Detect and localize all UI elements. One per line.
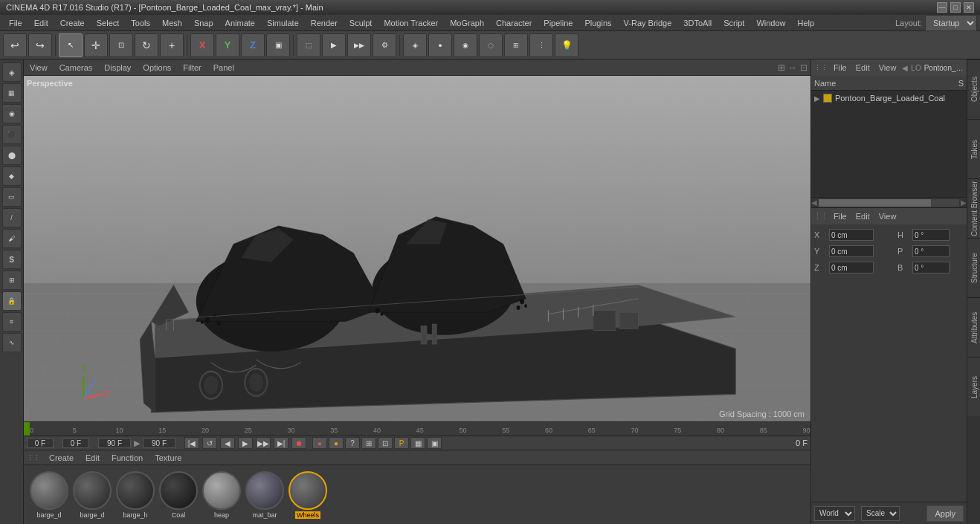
perspective-btn[interactable]: ◈ [403, 33, 427, 57]
left-box-btn[interactable]: ▭ [2, 187, 22, 207]
line-btn[interactable]: ⊞ [504, 33, 528, 57]
start-frame-input[interactable] [62, 438, 89, 448]
vp-icon-3[interactable]: ⊡ [800, 62, 807, 73]
close-button[interactable]: ✕ [964, 2, 974, 13]
extra-btn-1[interactable]: ● [312, 437, 327, 449]
menu-snap[interactable]: Snap [188, 17, 219, 29]
menu-help[interactable]: Help [792, 17, 821, 29]
record-button[interactable]: ⏺ [291, 437, 306, 449]
current-frame-input[interactable] [27, 438, 54, 448]
render-all-button[interactable]: ▶▶ [347, 33, 371, 57]
vp-options-menu[interactable]: Options [140, 62, 174, 74]
left-smooth-btn[interactable]: ◉ [2, 104, 22, 123]
b-rot-input[interactable] [912, 262, 950, 274]
left-s-btn[interactable]: S [2, 250, 22, 269]
mat-create-btn[interactable]: Create [46, 453, 77, 463]
extra-btn-5[interactable]: ⊡ [378, 437, 393, 449]
layout-dropdown[interactable]: Startup [925, 15, 977, 31]
render-view-button[interactable]: ▶ [322, 33, 346, 57]
tab-attributes[interactable]: Attributes [967, 297, 980, 357]
material-item-mat-bar[interactable]: mat_bar [245, 471, 284, 519]
left-line-btn[interactable]: / [2, 208, 22, 227]
render-region-button[interactable]: ⬚ [297, 33, 320, 57]
tab-content-browser[interactable]: Content Browser [967, 178, 980, 238]
end-frame-input-2[interactable] [143, 438, 175, 448]
z-axis-button[interactable]: Z [241, 33, 265, 57]
prev-button[interactable]: ◀ [220, 437, 235, 449]
material-item-coal[interactable]: Coal [159, 471, 198, 519]
coords-file-btn[interactable]: File [831, 211, 850, 221]
multiselect-button[interactable]: + [160, 33, 184, 57]
viewport[interactable]: X Y Z Perspective Grid Spacing : 1000 cm [24, 76, 810, 421]
scale-dropdown[interactable]: Scale [861, 506, 900, 521]
extra-btn-3[interactable]: ? [345, 437, 360, 449]
h-rot-input[interactable] [912, 229, 950, 241]
wire-btn[interactable]: ◌ [479, 33, 503, 57]
jump-start-button[interactable]: |◀ [184, 437, 199, 449]
coords-view-btn[interactable]: View [876, 211, 900, 221]
vp-view-menu[interactable]: View [27, 62, 51, 74]
end-frame-input-1[interactable] [98, 438, 131, 448]
tab-structure[interactable]: Structure [967, 238, 980, 297]
menu-plugins[interactable]: Plugins [578, 17, 617, 29]
dot-btn[interactable]: ⋮ [529, 33, 553, 57]
shading-btn[interactable]: ● [428, 33, 452, 57]
menu-sculpt[interactable]: Sculpt [344, 17, 378, 29]
p-rot-input[interactable] [912, 245, 950, 257]
apply-button[interactable]: Apply [926, 505, 964, 522]
prev-frame-button[interactable]: ↺ [202, 437, 217, 449]
menu-file[interactable]: File [3, 17, 28, 29]
vp-filter-menu[interactable]: Filter [180, 62, 204, 74]
obj-scrollbar[interactable]: ◀ ▶ [811, 197, 967, 207]
move-tool-button[interactable]: ✛ [84, 33, 108, 57]
x-pos-input[interactable] [829, 229, 874, 241]
menu-script[interactable]: Script [718, 17, 750, 29]
select-tool-button[interactable]: ↖ [59, 33, 83, 57]
menu-vray[interactable]: V-Ray Bridge [618, 17, 678, 29]
scroll-left-icon[interactable]: ◀ [811, 198, 817, 207]
left-grid-btn[interactable]: ⊞ [2, 271, 22, 290]
left-lock-btn[interactable]: 🔒 [2, 291, 22, 311]
material-item-heap[interactable]: heap [202, 471, 241, 519]
tab-objects[interactable]: Objects [967, 59, 980, 119]
menu-animate[interactable]: Animate [219, 17, 261, 29]
z-pos-input[interactable] [829, 262, 874, 274]
obj-item-pontoon[interactable]: ▶ Pontoon_Barge_Loaded_Coal [811, 91, 967, 106]
light-btn[interactable]: 💡 [555, 33, 578, 57]
render-settings-button[interactable]: ⚙ [373, 33, 396, 57]
undo-button[interactable]: ↩ [3, 33, 27, 57]
material-item-barge-h[interactable]: barge_h [116, 471, 155, 519]
material-item-barge-d1[interactable]: barge_d [30, 471, 68, 519]
menu-mograph[interactable]: MoGraph [444, 17, 490, 29]
menu-3dtoall[interactable]: 3DToAll [677, 17, 718, 29]
extra-btn-4[interactable]: ⊞ [361, 437, 376, 449]
y-axis-button[interactable]: Y [216, 33, 239, 57]
obj-view-btn[interactable]: View [876, 62, 900, 73]
menu-edit[interactable]: Edit [28, 17, 54, 29]
left-object-btn[interactable]: ◈ [2, 62, 22, 82]
rotate-tool-button[interactable]: ↻ [135, 33, 158, 57]
world-dropdown[interactable]: World Object [814, 506, 855, 521]
left-cube-btn[interactable]: ⬛ [2, 125, 22, 144]
extra-btn-7[interactable]: ▦ [410, 437, 425, 449]
minimize-button[interactable]: — [937, 2, 947, 13]
menu-tools[interactable]: Tools [125, 17, 156, 29]
left-checkerboard-btn[interactable]: ▦ [2, 83, 22, 103]
extra-btn-8[interactable]: ▣ [427, 437, 442, 449]
vp-panel-menu[interactable]: Panel [210, 62, 237, 74]
left-diamond-btn[interactable]: ◆ [2, 166, 22, 186]
obj-nav-back[interactable]: ◀ [902, 64, 908, 72]
vp-cameras-menu[interactable]: Cameras [57, 62, 96, 74]
x-axis-button[interactable]: X [190, 33, 214, 57]
mat-texture-btn[interactable]: Texture [152, 453, 184, 463]
model-mode-button[interactable]: ▣ [266, 33, 290, 57]
menu-create[interactable]: Create [54, 17, 91, 29]
y-pos-input[interactable] [829, 245, 874, 257]
scale-tool-button[interactable]: ⊡ [109, 33, 133, 57]
extra-btn-2[interactable]: ● [329, 437, 344, 449]
mat-function-btn[interactable]: Function [109, 453, 146, 463]
material-item-barge-d2[interactable]: barge_d [73, 471, 112, 519]
extra-btn-6[interactable]: P [394, 437, 409, 449]
vp-icon-1[interactable]: ⊞ [778, 62, 785, 73]
menu-select[interactable]: Select [91, 17, 126, 29]
